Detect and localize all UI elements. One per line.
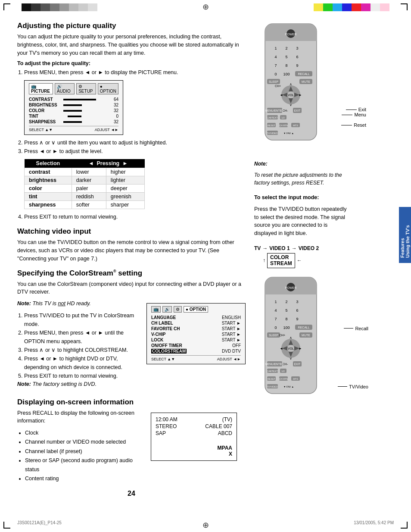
tab-audio: 🔊 AUDIO (55, 83, 75, 94)
reset-label-area: Reset (341, 122, 366, 128)
opt-label-colorstream: COLORSTREAM (151, 349, 187, 354)
svg-text:CH RTN: CH RTN (279, 378, 288, 380)
arrow1: → (262, 245, 268, 251)
section4-two-col: Press RECALL to display the following on… (17, 409, 246, 484)
sel-brightness: brightness (25, 176, 72, 185)
menu-label-contrast: CONTRAST (29, 97, 63, 102)
svg-text:POWER: POWER (285, 286, 296, 289)
svg-text:8: 8 (285, 317, 287, 321)
section-colorstream: Specifying the ColorStream® setting You … (17, 269, 246, 392)
bottom-right-text: 13/01/2005, 5:42 PM (354, 520, 394, 525)
svg-text:CH-: CH- (283, 109, 288, 112)
section3-steps: Press TV/VIDEO to put the TV in ColorStr… (24, 311, 140, 380)
section3-two-col: Note: This TV is not HD ready. Press TV/… (17, 300, 246, 392)
section1-instruction-label: To adjust the picture quality: (17, 60, 246, 66)
note-italic-title: Note: (254, 161, 268, 167)
onscreen-audio1: STEREO (156, 423, 177, 429)
selection-table-body: contrast lower higher brightness darker … (25, 168, 145, 209)
section1-steps-2-3: Press ∧ or ∨ until the item you want to … (24, 138, 246, 156)
opt-adjust-label: ADJUST ◄► (217, 357, 241, 361)
section4-right: 12:00 AM (TV) STEREO CABLE 007 SAP ABCD (151, 409, 246, 464)
svg-text:8: 8 (285, 63, 287, 68)
svg-text:∨: ∨ (290, 357, 292, 360)
menu-label: Menu (354, 112, 366, 117)
note2-text: The factory setting is DVD. (32, 381, 97, 387)
menu-row-brightness: BRIGHTNESS 32 (29, 103, 118, 107)
svg-text:0: 0 (274, 325, 277, 330)
sel-brightness-higher: lighter (106, 176, 144, 185)
contrast-bar-container (63, 99, 110, 100)
opt-menu-bottom: SELECT ▲▼ ADJUST ◄► (151, 355, 241, 361)
item-stereo: Stereo or SAP (second audio program) aud… (25, 456, 144, 475)
svg-text:0: 0 (274, 72, 277, 76)
opt-label-vchip: V-CHIP (151, 332, 165, 337)
svg-text:∧: ∧ (290, 336, 292, 340)
item-label: Channel label (if preset) (25, 447, 144, 456)
sel-color: color (25, 185, 72, 193)
tvvideo-line (338, 386, 347, 387)
exit-label: Exit (358, 107, 366, 112)
exit-label-area: Exit (346, 107, 366, 112)
sharpness-value: 32 (110, 119, 118, 124)
svg-text:7: 7 (274, 317, 277, 321)
svg-text:7: 7 (274, 63, 277, 68)
sharpness-bar-container (63, 121, 110, 123)
section-adjusting-picture: Adjusting the picture quality You can ad… (17, 22, 246, 221)
svg-text:1: 1 (274, 300, 277, 304)
sel-sharpness: sharpness (25, 201, 72, 209)
menu-line (342, 115, 352, 115)
remote-bottom-area: POWER 1 2 3 4 5 6 7 8 9 0 100 RECALL SLE… (254, 275, 358, 406)
corner-mark-bl (3, 522, 10, 529)
section3-note: Note: This TV is not HD ready. (17, 300, 140, 308)
section-onscreen: Displaying on-screen information Press R… (17, 398, 246, 484)
sel-contrast: contrast (25, 168, 72, 176)
section3-left: Note: This TV is not HD ready. Press TV/… (17, 300, 140, 392)
section1-intro: You can adjust the picture quality to yo… (17, 33, 246, 57)
sel-color-higher: deeper (106, 185, 144, 193)
table-row: color paler deeper (25, 185, 145, 193)
onscreen-channel-label: ABCD (218, 430, 232, 436)
svg-text:6: 6 (296, 55, 298, 59)
opt-row-favch: FAVORITE CH START ► (151, 326, 241, 331)
section3-right: 📺 🔊 ⚙ ● OPTION LANGUAGE ENGLISH CH LABEL… (146, 300, 246, 368)
sel-tint-lower: reddish (72, 193, 106, 201)
cs-step5: Press EXIT to return to normal viewing. (24, 372, 140, 380)
section3-note2: Note: The factory setting is DVD. (17, 380, 140, 388)
svg-text:5: 5 (285, 308, 287, 313)
sharpness-bar (63, 121, 82, 123)
onscreen-rating: MPAA (218, 445, 232, 451)
bottom-left-text: J3S00121A(E)_P14-25 (17, 520, 62, 525)
note2-label: Note: (17, 381, 31, 387)
remote-svg-bottom: POWER 1 2 3 4 5 6 7 8 9 0 100 RECALL SLE… (254, 275, 327, 404)
svg-text:MUTE: MUTE (302, 334, 310, 337)
color-bar-container (63, 110, 110, 112)
recall-label: Recall (355, 326, 368, 331)
onscreen-time: 12:00 AM (156, 416, 177, 422)
cs-step1: Press TV/VIDEO to put the TV in ColorStr… (24, 311, 140, 329)
page-number: 24 (17, 490, 246, 498)
svg-text:EXIT: EXIT (294, 363, 300, 366)
note-box-top: Note: To reset the picture adjustments t… (254, 160, 349, 190)
opt-tab-setup: ⚙ (174, 306, 182, 313)
input-mode-title: To select the input mode: (254, 194, 349, 202)
svg-text:9: 9 (296, 63, 298, 68)
video-flow-row2: ↑ COLORSTREAM ← (254, 253, 319, 268)
menu-select-label: SELECT ▲▼ (29, 128, 53, 132)
svg-text:◄: ◄ (280, 347, 283, 350)
opt-val-favch: START ► (222, 326, 241, 331)
sel-sharpness-lower: softer (72, 201, 106, 209)
svg-text:MUTE: MUTE (302, 80, 310, 83)
svg-text:4: 4 (274, 55, 277, 59)
step1-3: Press ◄ or ► to adjust the level. (24, 147, 246, 156)
svg-text:RECALL: RECALL (298, 72, 309, 75)
selection-table: Selection ◄ Pressing ► contrast lower hi… (24, 159, 145, 209)
exit-line (346, 110, 357, 110)
svg-text:6: 6 (296, 308, 298, 313)
opt-tab-picture: 📺 (151, 306, 161, 313)
svg-text:MENU/ENTER: MENU/ENTER (265, 363, 284, 366)
reset-label: Reset (354, 122, 366, 128)
note-label: Note: (17, 300, 31, 307)
picture-menu-display: 📺 PICTURE 🔊 AUDIO ⚙ SETUP ● OPTION CONTR… (24, 80, 123, 135)
onscreen-row-channel: STEREO CABLE 007 (156, 423, 232, 429)
input-mode-text: Press the TV/VIDEO button repeatedly to … (254, 205, 349, 238)
